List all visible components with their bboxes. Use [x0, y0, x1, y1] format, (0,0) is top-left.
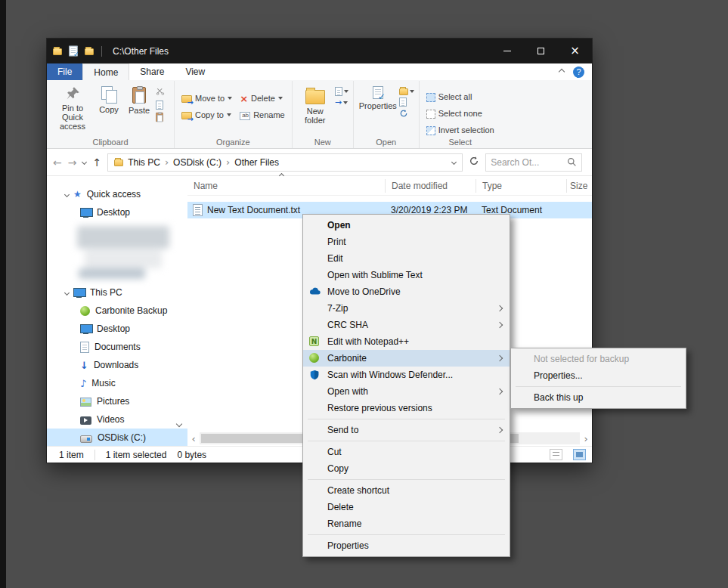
- large-icons-view-button[interactable]: [573, 449, 586, 460]
- tab-view[interactable]: View: [175, 63, 215, 80]
- rename-button[interactable]: Rename: [237, 107, 287, 123]
- select-none-button[interactable]: Select none: [424, 105, 497, 122]
- ribbon: Pin to Quick access Copy Paste Clipboard: [47, 81, 592, 149]
- paste-shortcut-button[interactable]: [156, 113, 163, 122]
- easy-access-button[interactable]: →: [335, 98, 349, 107]
- context-menu-item-scan-with-windows-defender[interactable]: Scan with Windows Defender...: [303, 367, 510, 383]
- context-menu-item-cut[interactable]: Cut: [303, 444, 510, 460]
- item-count: 1 item: [59, 450, 84, 460]
- column-header-name[interactable]: Name: [187, 179, 386, 193]
- context-menu-item-open-with-sublime-text[interactable]: Open with Sublime Text: [303, 267, 510, 283]
- submenu-arrow-icon: [497, 322, 503, 328]
- context-menu-item-properties[interactable]: Properties: [303, 537, 510, 554]
- move-to-button[interactable]: Move to: [179, 90, 234, 107]
- search-input[interactable]: Search Ot...: [485, 153, 582, 172]
- delete-button[interactable]: × Delete: [237, 90, 287, 107]
- sidebar-item-pictures[interactable]: Pictures: [47, 392, 187, 410]
- up-button[interactable]: ↑: [92, 157, 101, 168]
- breadcrumb-other-files[interactable]: Other Files: [234, 157, 279, 168]
- tab-file[interactable]: File: [47, 63, 82, 80]
- back-button[interactable]: ←: [53, 157, 62, 168]
- menu-item-label: Create shortcut: [327, 485, 389, 496]
- copy-icon: [101, 86, 116, 103]
- copy-to-button[interactable]: Copy to: [179, 107, 234, 123]
- details-view-button[interactable]: [550, 449, 562, 460]
- delete-dropdown-icon: [278, 97, 283, 102]
- sidebar-item-desktop-quick[interactable]: Desktop: [47, 203, 187, 221]
- tab-share[interactable]: Share: [129, 63, 175, 80]
- edit-button[interactable]: [399, 97, 414, 107]
- invert-selection-button[interactable]: Invert selection: [424, 122, 497, 138]
- qat-properties-icon[interactable]: [69, 46, 77, 57]
- scroll-right-icon[interactable]: ›: [580, 434, 592, 444]
- context-menu-item-crc-sha[interactable]: CRC SHA: [303, 317, 510, 333]
- address-dropdown-icon[interactable]: [451, 159, 457, 165]
- address-box[interactable]: This PC › OSDisk (C:) › Other Files: [107, 153, 463, 172]
- help-icon[interactable]: ?: [573, 67, 584, 78]
- recent-locations-icon[interactable]: [82, 159, 87, 165]
- clipboard-group-label: Clipboard: [47, 138, 174, 147]
- menu-item-label: Open with: [327, 386, 368, 397]
- sidebar-item-this-pc[interactable]: This PC: [47, 283, 187, 302]
- history-button[interactable]: [399, 109, 414, 118]
- close-button[interactable]: ×: [558, 39, 592, 63]
- sidebar-item-downloads[interactable]: ↓ Downloads: [47, 356, 187, 374]
- context-menu-item-rename[interactable]: Rename: [303, 515, 510, 532]
- properties-button[interactable]: Properties: [358, 84, 398, 110]
- expand-chevron-icon[interactable]: [64, 191, 70, 197]
- context-menu-item-carbonite[interactable]: Carbonite: [303, 350, 510, 367]
- new-item-button[interactable]: [335, 87, 349, 96]
- select-all-button[interactable]: Select all: [424, 88, 497, 105]
- context-menu-item-restore-previous-versions[interactable]: Restore previous versions: [303, 400, 510, 416]
- context-menu-item-move-to-onedrive[interactable]: Move to OneDrive: [303, 283, 510, 300]
- submenu-item-properties[interactable]: Properties...: [511, 367, 686, 384]
- context-menu-item-open-with[interactable]: Open with: [303, 383, 510, 400]
- scroll-left-icon[interactable]: ‹: [187, 434, 200, 444]
- context-menu-item-edit-with-notepadpp[interactable]: N Edit with Notepad++: [303, 333, 510, 350]
- minimize-ribbon-icon[interactable]: [559, 69, 565, 75]
- new-folder-button[interactable]: New folder: [297, 84, 333, 125]
- sidebar-item-label: Desktop: [97, 323, 130, 334]
- open-button[interactable]: [399, 87, 414, 95]
- context-menu-item-edit[interactable]: Edit: [303, 250, 510, 267]
- context-menu-item-7-zip[interactable]: 7-Zip: [303, 300, 510, 317]
- context-menu-item-create-shortcut[interactable]: Create shortcut: [303, 482, 510, 499]
- sidebar-item-osdisk-c[interactable]: OSDisk (C:): [47, 429, 187, 446]
- submenu-item-back-this-up[interactable]: Back this up: [511, 389, 686, 406]
- paste-button[interactable]: Paste: [124, 84, 154, 115]
- context-menu-item-send-to[interactable]: Send to: [303, 422, 510, 438]
- qat-new-folder-icon[interactable]: [85, 48, 94, 55]
- breadcrumb-osdisk[interactable]: OSDisk (C:): [173, 157, 221, 168]
- menu-item-label: Back this up: [534, 392, 583, 403]
- submenu-arrow-icon: [497, 355, 503, 361]
- sidebar-item-carbonite-backup[interactable]: Carbonite Backup: [47, 302, 187, 320]
- context-menu-item-open[interactable]: Open: [303, 217, 510, 234]
- breadcrumb-this-pc[interactable]: This PC: [128, 157, 160, 168]
- context-menu-item-copy[interactable]: Copy: [303, 460, 510, 477]
- copy-to-label: Copy to: [195, 110, 224, 119]
- context-menu-item-delete[interactable]: Delete: [303, 499, 510, 515]
- minimize-button[interactable]: [490, 39, 524, 63]
- refresh-button[interactable]: [469, 156, 479, 169]
- pin-to-quick-access-button[interactable]: Pin to Quick access: [51, 84, 94, 131]
- copy-button[interactable]: Copy: [94, 84, 124, 114]
- column-header-type[interactable]: Type: [476, 179, 567, 193]
- context-menu-item-print[interactable]: Print: [303, 234, 510, 250]
- maximize-button[interactable]: [524, 39, 558, 63]
- qat-folder-icon[interactable]: [53, 48, 62, 55]
- cut-button[interactable]: [156, 87, 169, 98]
- tab-home[interactable]: Home: [82, 63, 129, 80]
- new-item-icon: [335, 87, 342, 96]
- forward-button[interactable]: →: [68, 157, 77, 168]
- sidebar-item-desktop[interactable]: Desktop: [47, 320, 187, 338]
- column-header-size[interactable]: Size: [567, 179, 592, 193]
- sidebar-item-videos[interactable]: Videos: [47, 410, 187, 429]
- select-none-icon: [426, 110, 435, 119]
- sidebar-item-documents[interactable]: Documents: [47, 338, 187, 356]
- copy-path-button[interactable]: [156, 101, 163, 110]
- sidebar-item-music[interactable]: ♪ Music: [47, 374, 187, 392]
- expand-chevron-icon[interactable]: [64, 289, 70, 295]
- column-header-date-modified[interactable]: Date modified: [386, 179, 476, 193]
- submenu-arrow-icon: [497, 388, 503, 395]
- sidebar-item-quick-access[interactable]: ★ Quick access: [47, 185, 187, 203]
